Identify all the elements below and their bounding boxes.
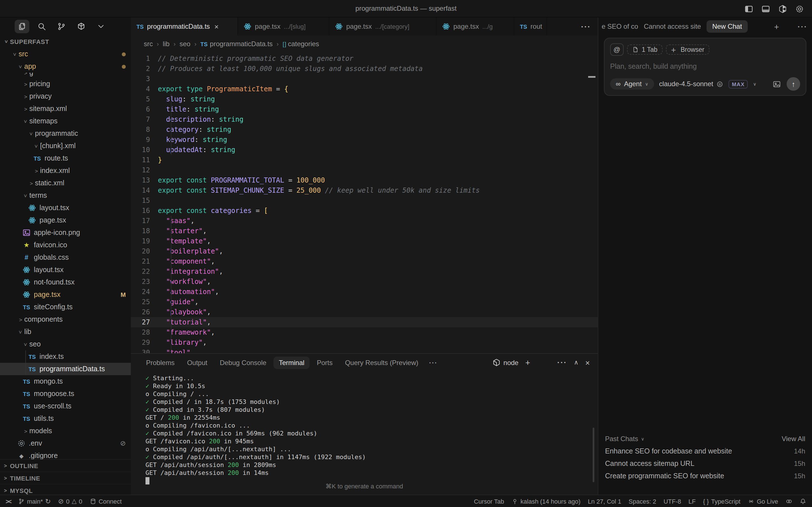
cursor-logo-icon[interactable] <box>778 4 787 13</box>
code-line-24[interactable]: 24 "automation", <box>131 287 598 297</box>
plus-icon[interactable]: + <box>525 358 530 367</box>
panel-left-icon[interactable] <box>744 4 753 13</box>
past-chat-item[interactable]: Cannot access sitemap URL15h <box>605 457 805 470</box>
section-timeline[interactable]: >TIMELINE <box>0 472 131 485</box>
code-line-27[interactable]: 27 "tutorial", <box>131 317 598 327</box>
terminal-scrollbar[interactable] <box>593 428 594 482</box>
code-line-8[interactable]: 8 category: string <box>131 124 598 135</box>
mention-button[interactable]: @ <box>610 43 624 56</box>
tree-item-indexts[interactable]: TSindex.ts <box>0 350 131 363</box>
breadcrumb-segment[interactable]: [ ]categories <box>283 40 319 48</box>
status-encoding[interactable]: UTF-8 <box>663 498 681 504</box>
workspace-header[interactable]: > SUPERFAST <box>0 36 131 48</box>
tree-item-sitemaps[interactable]: >sitemaps <box>0 115 131 127</box>
panel-tab-ports[interactable]: Ports <box>312 356 338 369</box>
code-line-28[interactable]: 28 "framework", <box>131 327 598 337</box>
tree-item-layouttsx[interactable]: layout.tsx <box>0 202 131 214</box>
code-line-2[interactable]: 2// Produces at least 100,000 unique slu… <box>131 64 598 74</box>
panel-tab-query-results-preview-[interactable]: Query Results (Preview) <box>340 356 423 369</box>
section-outline[interactable]: >OUTLINE <box>0 460 131 472</box>
tree-item-pagetsx[interactable]: page.tsxM <box>0 288 131 301</box>
status-notifications[interactable] <box>800 498 806 504</box>
code-line-5[interactable]: 5 slug: string <box>131 94 598 104</box>
chevron-down-icon[interactable]: ∨ <box>753 81 756 87</box>
status-indentation[interactable]: Spaces: 2 <box>629 498 656 504</box>
tree-item-layouttsx[interactable]: layout.tsx <box>0 264 131 276</box>
tree-item-faviconico[interactable]: ★favicon.ico <box>0 239 131 251</box>
panel-bottom-icon[interactable] <box>761 4 770 13</box>
code-line-6[interactable]: 6 title: string <box>131 104 598 114</box>
gear-icon[interactable] <box>795 4 804 13</box>
breadcrumb-segment[interactable]: lib <box>163 40 169 48</box>
tree-item-staticxml[interactable]: >static.xml <box>0 177 131 189</box>
code-line-17[interactable]: 17 "saas", <box>131 216 598 226</box>
code-line-11[interactable]: 11} <box>131 155 598 165</box>
agent-mode-selector[interactable]: ∞ Agent ∨ <box>610 78 654 90</box>
context-chip-1-tab[interactable]: 1 Tab <box>627 45 663 55</box>
tree-item-not-foundtsx[interactable]: not-found.tsx <box>0 276 131 288</box>
send-button[interactable]: ↑ <box>786 77 800 91</box>
activity-files-icon[interactable] <box>15 20 29 33</box>
tree-item-programmatic[interactable]: >programmatic <box>0 127 131 140</box>
plus-icon[interactable]: + <box>774 22 779 31</box>
activity-search-icon[interactable] <box>35 20 49 33</box>
tree-item-models[interactable]: >models <box>0 425 131 437</box>
code-line-30[interactable]: 30 "tool", <box>131 348 598 353</box>
tree-item-pricing[interactable]: >pricing <box>0 78 131 90</box>
tree-item-routets[interactable]: TSroute.ts <box>0 152 131 165</box>
context-chip-browser[interactable]: +Browser <box>666 45 709 55</box>
breadcrumb-segment[interactable]: src <box>144 40 153 48</box>
tree-item-programmaticDatats[interactable]: TSprogrammaticData.ts <box>0 363 131 375</box>
breadcrumb-segment[interactable]: TSprogrammaticData.ts <box>200 40 273 48</box>
chat-tab[interactable]: Cannot access site <box>644 22 701 31</box>
more-icon[interactable]: ··· <box>557 358 567 367</box>
chevron-up-icon[interactable]: ∧ <box>574 359 578 366</box>
more-icon[interactable]: ··· <box>581 22 591 31</box>
panel-tab-output[interactable]: Output <box>182 356 212 369</box>
status-go-live[interactable]: Go Live <box>748 498 778 504</box>
code-line-4[interactable]: 4export type ProgrammaticItem = { <box>131 84 598 94</box>
tree-item-mongots[interactable]: TSmongo.ts <box>0 375 131 388</box>
image-attach-icon[interactable] <box>772 80 781 88</box>
code-line-1[interactable]: 1// Deterministic programmatic SEO data … <box>131 54 598 64</box>
tree-item-privacy[interactable]: >privacy <box>0 90 131 103</box>
tree-item-sitemapxml[interactable]: >sitemap.xml <box>0 103 131 115</box>
tree-item-pagetsx[interactable]: page.tsx <box>0 214 131 226</box>
activity-source-control-icon[interactable] <box>54 20 69 33</box>
code-line-25[interactable]: 25 "guide", <box>131 297 598 307</box>
panel-tab-terminal[interactable]: Terminal <box>274 356 310 369</box>
panel-tab-debug-console[interactable]: Debug Console <box>214 356 271 369</box>
more-icon[interactable]: ··· <box>798 22 808 31</box>
past-chats-header[interactable]: Past Chats ∨ View All <box>605 433 805 445</box>
tree-item-use-scrollts[interactable]: TSuse-scroll.ts <box>0 400 131 412</box>
tree-item-app[interactable]: >app <box>0 60 131 73</box>
tree-item-lib[interactable]: >lib <box>0 326 131 338</box>
close-icon[interactable]: × <box>214 22 218 31</box>
activity-chevron-down-icon[interactable] <box>94 20 108 33</box>
tree-item-env[interactable]: .env⊘ <box>0 437 131 450</box>
code-line-16[interactable]: 16export const categories = [ <box>131 206 598 216</box>
new-chat-tab[interactable]: New Chat <box>707 20 748 33</box>
code-line-14[interactable]: 14export const SITEMAP_CHUNK_SIZE = 25_0… <box>131 185 598 195</box>
status-remote[interactable]: >< <box>6 498 11 504</box>
tree-item-src[interactable]: >src <box>0 48 131 60</box>
code-line-20[interactable]: 20 "boilerplate", <box>131 246 598 256</box>
editor-tab-rout[interactable]: TSrout <box>514 17 547 36</box>
model-selector[interactable]: claude-4.5-sonnet <box>659 80 723 88</box>
tree-item-globalscss[interactable]: #globals.css <box>0 251 131 264</box>
status-git-blame[interactable]: kalash (14 hours ago) <box>511 498 580 504</box>
tree-item-seo[interactable]: >seo <box>0 338 131 350</box>
status-cursor-tab[interactable]: Cursor Tab <box>474 498 504 504</box>
tree-item-g[interactable]: >g <box>0 73 131 78</box>
code-line-21[interactable]: 21 "component", <box>131 256 598 267</box>
terminal-output[interactable]: ✓ Starting...✓ Ready in 10.5so Compiling… <box>131 371 598 487</box>
code-line-23[interactable]: 23 "workflow", <box>131 277 598 287</box>
code-editor[interactable]: 1// Deterministic programmatic SEO data … <box>131 52 598 353</box>
code-line-29[interactable]: 29 "library", <box>131 337 598 348</box>
tree-item-siteConfigts[interactable]: TSsiteConfig.ts <box>0 301 131 313</box>
status-problems[interactable]: ⊘0△0 <box>58 497 82 505</box>
editor-tab-page.tsx[interactable]: page.tsx .../[category] <box>329 17 437 36</box>
tree-item-apple-iconpng[interactable]: apple-icon.png <box>0 226 131 239</box>
code-line-12[interactable]: 12 <box>131 165 598 175</box>
status-branch[interactable]: main*↻ <box>18 497 51 505</box>
